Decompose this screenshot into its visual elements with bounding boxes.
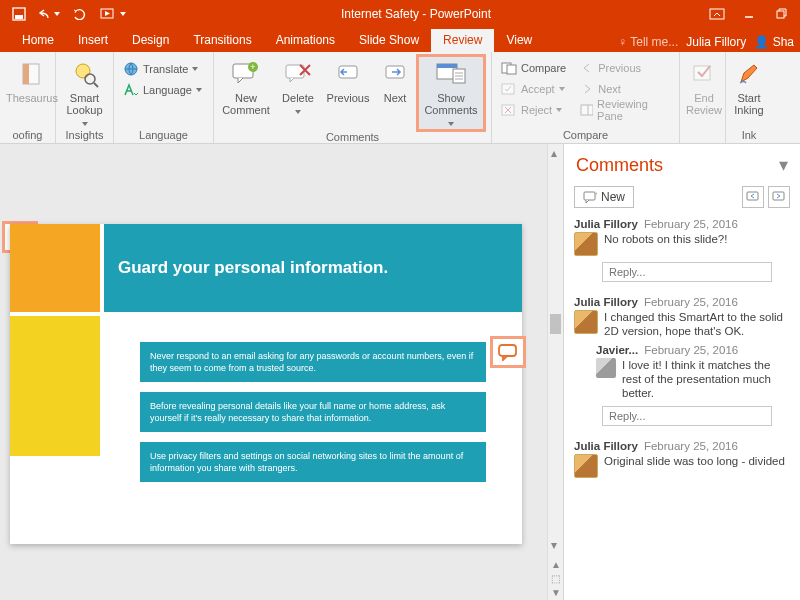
comment-date: February 25, 2016 [644, 296, 738, 308]
svg-rect-19 [437, 64, 457, 68]
start-from-beginning-icon[interactable] [96, 3, 130, 25]
new-comment-icon: + [230, 58, 262, 90]
previous-comment-button[interactable]: Previous [324, 56, 372, 104]
comments-pane: Comments ▾ ＋ New Julia Fillory February … [563, 144, 800, 600]
end-review-icon [688, 58, 720, 90]
comment-text: Original slide was too long - divided [604, 454, 785, 468]
reject-button[interactable]: Reject [498, 100, 569, 120]
compare-button[interactable]: Compare [498, 58, 569, 78]
next-comment-button[interactable]: Next [376, 56, 414, 104]
save-icon[interactable] [6, 3, 32, 25]
next-comment-icon [379, 58, 411, 90]
tab-animations[interactable]: Animations [264, 29, 347, 52]
tab-transitions[interactable]: Transitions [181, 29, 263, 52]
ribbon-tabs: Home Insert Design Transitions Animation… [0, 28, 800, 52]
deco-orange-block [10, 224, 100, 312]
comment-date: February 25, 2016 [644, 344, 738, 356]
ribbon: Thesaurus oofing Smart Lookup Insights T… [0, 52, 800, 144]
svg-rect-28 [581, 105, 593, 115]
svg-rect-33 [499, 345, 516, 356]
delete-comment-icon [282, 58, 314, 90]
avatar [596, 358, 616, 378]
accept-button[interactable]: Accept [498, 79, 569, 99]
thesaurus-icon [16, 58, 48, 90]
compare-next-button[interactable]: Next [577, 79, 673, 99]
svg-point-8 [76, 64, 90, 78]
vertical-scrollbar[interactable]: ▴ ▾ ▲ ⬚ ▼ [547, 144, 563, 600]
slide-canvas[interactable]: Guard your personal information. Never r… [0, 144, 563, 600]
tab-home[interactable]: Home [10, 29, 66, 52]
slide-bullet-1: Never respond to an email asking for any… [140, 342, 486, 382]
new-comment-pane-button[interactable]: ＋ New [574, 186, 634, 208]
tab-design[interactable]: Design [120, 29, 181, 52]
share-button[interactable]: 👤 Sha [754, 35, 794, 49]
undo-icon[interactable] [36, 3, 62, 25]
svg-rect-7 [23, 64, 29, 84]
reply-input[interactable] [602, 262, 772, 282]
reply-input[interactable] [602, 406, 772, 426]
svg-text:＋: ＋ [593, 191, 597, 198]
smart-lookup-button[interactable]: Smart Lookup [62, 56, 107, 128]
avatar [574, 310, 598, 334]
next-comment-nav[interactable] [768, 186, 790, 208]
svg-rect-25 [507, 65, 516, 74]
start-inking-button[interactable]: Start Inking [732, 56, 766, 116]
comment-thread[interactable]: Julia Fillory February 25, 2016 I change… [574, 296, 790, 426]
comment-author: Julia Fillory [574, 440, 638, 452]
svg-rect-5 [777, 11, 784, 18]
prev-comment-nav[interactable] [742, 186, 764, 208]
scroll-thumb[interactable] [550, 314, 561, 334]
svg-point-9 [85, 74, 95, 84]
translate-button[interactable]: Translate [120, 59, 205, 79]
comment-marker-inline[interactable] [493, 339, 523, 365]
minimize-icon[interactable] [734, 3, 764, 25]
comment-thread[interactable]: Julia Fillory February 25, 2016 Original… [574, 440, 790, 478]
window-title: Internet Safety - PowerPoint [130, 7, 702, 21]
svg-line-10 [94, 83, 98, 87]
svg-text:+: + [250, 62, 255, 72]
thesaurus-button[interactable]: Thesaurus [6, 56, 58, 104]
svg-rect-1 [15, 15, 23, 19]
tell-me-search[interactable]: ♀ Tell me... [618, 35, 678, 49]
show-comments-icon [435, 58, 467, 90]
previous-comment-icon [332, 58, 364, 90]
compare-previous-button[interactable]: Previous [577, 58, 673, 78]
pane-menu-icon[interactable]: ▾ [779, 154, 788, 176]
show-comments-button[interactable]: Show Comments [418, 56, 484, 130]
new-comment-button[interactable]: + New Comment [220, 56, 272, 116]
comment-author: Julia Fillory [574, 218, 638, 230]
avatar [574, 232, 598, 256]
comment-author: Javier... [596, 344, 638, 356]
bulb-search-icon [69, 58, 101, 90]
pen-icon [733, 58, 765, 90]
delete-comment-button[interactable]: Delete [276, 56, 320, 116]
comment-text: No robots on this slide?! [604, 232, 727, 246]
end-review-button[interactable]: End Review [686, 56, 722, 116]
restore-icon[interactable] [766, 3, 796, 25]
comment-author: Julia Fillory [574, 296, 638, 308]
svg-rect-36 [747, 192, 758, 200]
comment-text: I changed this SmartArt to the solid 2D … [604, 310, 790, 338]
reviewing-pane-button[interactable]: Reviewing Pane [577, 100, 673, 120]
redo-icon[interactable] [66, 3, 92, 25]
title-bar: Internet Safety - PowerPoint [0, 0, 800, 28]
language-button[interactable]: Language [120, 80, 205, 100]
slide-title: Guard your personal information. [104, 224, 522, 312]
svg-rect-37 [773, 192, 784, 200]
slide-bullet-3: Use privacy filters and settings on soci… [140, 442, 486, 482]
account-name[interactable]: Julia Fillory [686, 35, 746, 49]
slide-bullet-2: Before revealing personal details like y… [140, 392, 486, 432]
comment-thread[interactable]: Julia Fillory February 25, 2016 No robot… [574, 218, 790, 282]
tab-slide-show[interactable]: Slide Show [347, 29, 431, 52]
deco-yellow-block [10, 316, 100, 456]
workspace: Guard your personal information. Never r… [0, 144, 800, 600]
slide: Guard your personal information. Never r… [10, 224, 522, 544]
tab-view[interactable]: View [494, 29, 544, 52]
svg-rect-3 [710, 9, 724, 19]
ribbon-display-options-icon[interactable] [702, 3, 732, 25]
comments-pane-title: Comments [576, 155, 663, 176]
tab-review[interactable]: Review [431, 29, 494, 52]
comment-text: I love it! I think it matches the rest o… [622, 358, 790, 400]
avatar [574, 454, 598, 478]
tab-insert[interactable]: Insert [66, 29, 120, 52]
